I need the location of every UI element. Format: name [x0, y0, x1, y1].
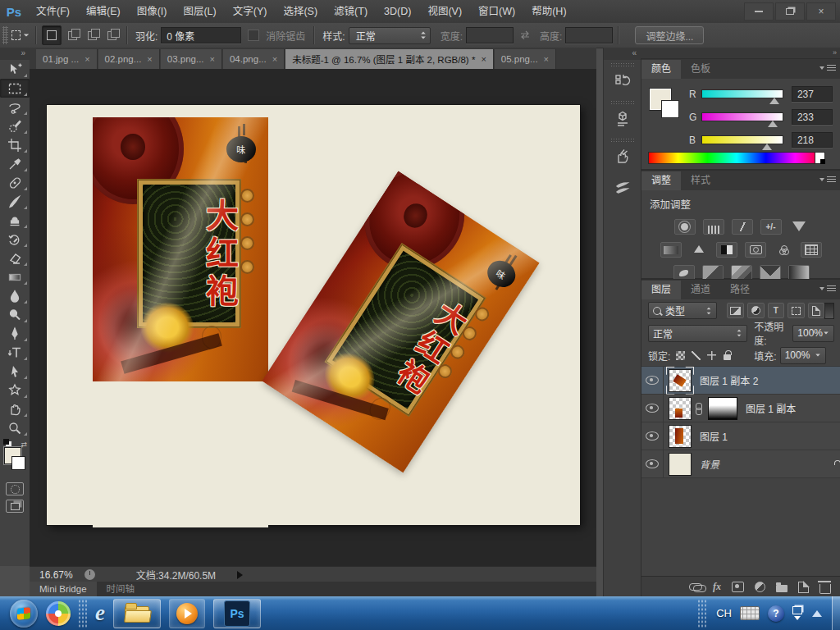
visibility-eye-icon[interactable]: [641, 450, 664, 477]
menu-type[interactable]: 文字(Y): [225, 0, 276, 23]
brush-tool[interactable]: [0, 192, 30, 211]
clone-stamp-tool[interactable]: [0, 211, 30, 230]
menu-window[interactable]: 窗口(W): [470, 0, 523, 23]
photo-filter-icon[interactable]: [745, 242, 766, 258]
layer-thumbnail[interactable]: [669, 453, 692, 476]
curves-icon[interactable]: [732, 219, 753, 235]
menu-layer[interactable]: 图层(L): [175, 0, 224, 23]
history-panel-icon[interactable]: [609, 69, 637, 94]
exposure-icon[interactable]: +/-: [760, 219, 782, 235]
dodge-tool[interactable]: [0, 305, 30, 324]
background-color-swatch[interactable]: [11, 456, 25, 470]
tab-close-icon[interactable]: ×: [147, 54, 152, 64]
tab-color[interactable]: 颜色: [641, 60, 681, 79]
quick-selection-tool[interactable]: [0, 116, 30, 135]
doc-tab-1[interactable]: 01.jpg ...×: [36, 49, 98, 69]
new-layer-icon[interactable]: [798, 582, 809, 593]
gradient-tool[interactable]: [0, 267, 30, 286]
menu-select[interactable]: 选择(S): [275, 0, 326, 23]
keyboard-icon[interactable]: [740, 606, 760, 620]
green-value-field[interactable]: 233: [792, 109, 833, 125]
doc-tab-4[interactable]: 04.png...×: [223, 49, 285, 69]
photoshop-taskbar-button[interactable]: Ps: [213, 599, 261, 628]
filter-smart-objects-icon[interactable]: [808, 303, 825, 318]
close-button[interactable]: ×: [806, 2, 836, 21]
3d-panel-icon[interactable]: [609, 107, 637, 131]
tab-mini-bridge[interactable]: Mini Bridge: [30, 582, 97, 596]
color-balance-icon[interactable]: [689, 242, 709, 256]
move-tool[interactable]: [0, 60, 30, 79]
panel-menu-icon[interactable]: [819, 176, 836, 185]
filter-type-layers-icon[interactable]: T: [768, 303, 785, 318]
lock-position-icon[interactable]: [706, 350, 717, 361]
tab-channels[interactable]: 通道: [681, 281, 720, 299]
pen-tool[interactable]: [0, 324, 30, 343]
browser-360-taskbar-icon[interactable]: [46, 600, 71, 628]
history-brush-tool[interactable]: [0, 230, 30, 249]
layer-row[interactable]: 图层 1 副本: [641, 395, 840, 422]
menu-file[interactable]: 文件(F): [28, 0, 78, 23]
help-tray-icon[interactable]: ?: [768, 605, 784, 622]
doc-tab-3[interactable]: 03.png...×: [161, 49, 222, 69]
eraser-tool[interactable]: [0, 249, 30, 267]
explorer-taskbar-button[interactable]: [113, 599, 161, 628]
new-selection-mode-button[interactable]: [42, 25, 62, 45]
internet-explorer-taskbar-icon[interactable]: e: [95, 600, 105, 628]
add-selection-mode-button[interactable]: [63, 26, 81, 44]
spot-healing-brush-tool[interactable]: [0, 173, 30, 192]
tab-styles[interactable]: 样式: [681, 171, 720, 190]
blue-value-field[interactable]: 218: [792, 132, 833, 148]
zoom-level-field[interactable]: 16.67%: [36, 569, 76, 581]
fill-dropdown[interactable]: 100%: [780, 347, 826, 364]
dock-collapse-button[interactable]: «: [604, 48, 641, 60]
channel-mixer-icon[interactable]: [774, 242, 793, 256]
menu-3d[interactable]: 3D(D): [376, 0, 419, 23]
toolbar-collapse-button[interactable]: »: [0, 48, 30, 60]
delete-layer-icon[interactable]: [819, 581, 831, 594]
tray-grip[interactable]: [698, 600, 706, 628]
height-input[interactable]: [565, 27, 613, 43]
screen-mode-button[interactable]: [6, 500, 24, 513]
add-layer-mask-icon[interactable]: [732, 582, 744, 592]
width-input[interactable]: [466, 27, 514, 43]
doc-tab-6[interactable]: 05.png...×: [495, 49, 556, 69]
lock-transparent-pixels-icon[interactable]: [675, 350, 686, 361]
brightness-contrast-icon[interactable]: [674, 219, 696, 235]
filter-adjustment-layers-icon[interactable]: [747, 303, 765, 318]
color-spectrum-ramp[interactable]: [648, 152, 825, 164]
doc-tab-2[interactable]: 02.png...×: [98, 49, 160, 69]
hand-tool[interactable]: [0, 399, 30, 418]
visibility-eye-icon[interactable]: [641, 367, 664, 394]
doc-tab-active[interactable]: 未标题-1 @ 16.7% (图层 1 副本 2, RGB/8) *×: [285, 49, 494, 69]
layer-filter-type-dropdown[interactable]: 类型: [648, 302, 717, 319]
media-player-taskbar-button[interactable]: [169, 599, 205, 628]
status-popup-arrow-icon[interactable]: [237, 571, 243, 579]
type-tool[interactable]: [0, 343, 30, 362]
layer-thumbnail[interactable]: [669, 425, 692, 448]
minimize-button[interactable]: [744, 2, 774, 21]
menu-view[interactable]: 视图(V): [419, 0, 470, 23]
vibrance-icon[interactable]: [789, 219, 809, 233]
color-panel-swatches[interactable]: [650, 89, 682, 121]
layer-row-background[interactable]: 背景: [641, 450, 840, 478]
layer-thumbnail[interactable]: [669, 369, 692, 392]
tab-swatches[interactable]: 色板: [681, 60, 720, 79]
tab-adjustments[interactable]: 调整: [641, 171, 681, 190]
red-slider[interactable]: [701, 89, 783, 98]
mask-link-icon[interactable]: [694, 403, 702, 414]
tab-layers[interactable]: 图层: [641, 281, 681, 299]
path-selection-tool[interactable]: [0, 362, 30, 381]
tool-presets-panel-icon[interactable]: [609, 144, 637, 169]
refine-edge-button[interactable]: 调整边缘...: [635, 26, 704, 44]
right-dock-collapse-button[interactable]: »: [641, 48, 840, 58]
brush-panel-icon[interactable]: [609, 176, 637, 200]
visibility-eye-icon[interactable]: [641, 395, 664, 422]
options-bar-grip[interactable]: [2, 26, 8, 44]
tab-paths[interactable]: 路径: [720, 281, 760, 299]
antialias-checkbox[interactable]: [248, 30, 259, 41]
blur-tool[interactable]: [0, 286, 30, 305]
panel-menu-icon[interactable]: [819, 64, 836, 73]
feather-input[interactable]: 0 像素: [161, 27, 241, 43]
red-value-field[interactable]: 237: [792, 86, 833, 102]
green-slider[interactable]: [701, 112, 783, 121]
